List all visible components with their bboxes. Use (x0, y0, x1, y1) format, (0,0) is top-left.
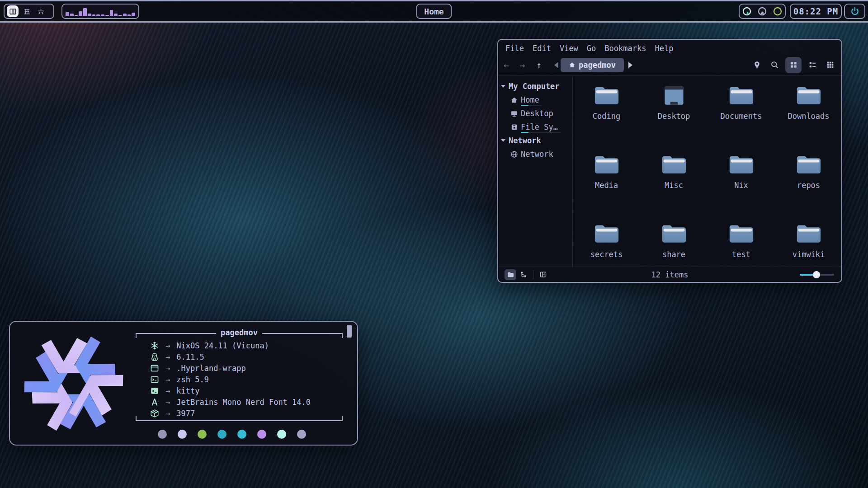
fetch-row: →JetBrains Mono Nerd Font 14.0 (136, 396, 343, 408)
audio-visualizer (61, 4, 139, 19)
folder-icon (729, 154, 754, 175)
sidebar-section-my-computer[interactable]: My Computer (498, 80, 572, 93)
folder-icon (661, 154, 687, 175)
folder-item[interactable]: Desktop (640, 83, 708, 152)
wm-icon (150, 364, 159, 373)
toggle-panel-button[interactable] (537, 269, 549, 280)
toolbar-right (750, 55, 837, 75)
visualizer-bar (66, 12, 69, 16)
active-window-title[interactable]: Home (416, 4, 452, 19)
back-button[interactable]: ← (504, 60, 509, 70)
fetch-value: JetBrains Mono Nerd Font 14.0 (176, 398, 311, 407)
visualizer-bar (88, 14, 91, 16)
visualizer-bar (114, 14, 118, 16)
folder-icon (796, 84, 821, 106)
folder-item[interactable]: Documents (708, 83, 775, 152)
gauge-mint (742, 6, 752, 16)
location-pin-icon[interactable] (750, 58, 764, 72)
home-icon (569, 61, 576, 68)
visualizer-bar (79, 11, 82, 16)
monitor-icon (510, 110, 518, 117)
sidebar-item-label: Network (521, 150, 553, 159)
kernel-icon (150, 352, 159, 361)
folder-icon (661, 223, 687, 244)
power-icon (850, 6, 860, 16)
visualizer-bar (96, 14, 100, 16)
fetch-value: 6.11.5 (176, 352, 204, 361)
fetch-value: .Hyprland-wrapp (176, 364, 246, 373)
sidebar-item-file-sy-[interactable]: File Sy… (498, 120, 572, 134)
compact-view-button[interactable] (823, 58, 837, 72)
sidebar-item-desktop[interactable]: Desktop (498, 107, 572, 120)
palette-dot (297, 430, 306, 439)
arrow-glyph: → (165, 341, 170, 350)
expander-icon (501, 85, 505, 88)
palette-dot (198, 430, 207, 439)
search-icon[interactable] (768, 58, 781, 72)
menu-go[interactable]: Go (587, 44, 596, 53)
visualizer-bar (118, 15, 122, 16)
places-sidebar: My ComputerHomeDesktopFile Sy…NetworkNet… (498, 77, 572, 267)
folder-label: Desktop (658, 112, 690, 121)
up-button[interactable]: ↑ (536, 60, 542, 70)
list-view-button[interactable] (806, 58, 819, 72)
path-scroll-left-icon[interactable] (554, 62, 558, 68)
fetch-box-bottom (136, 416, 343, 421)
folder-item[interactable]: Media (573, 152, 640, 221)
show-folders-button[interactable] (505, 269, 516, 280)
folder-grid: CodingDesktopDocumentsDownloadsMediaMisc… (572, 77, 842, 267)
menu-help[interactable]: Help (655, 44, 673, 53)
path-segment-label: pagedmov (579, 61, 616, 70)
fetch-rows: →NixOS 24.11 (Vicuna)→6.11.5→.Hyprland-w… (136, 340, 343, 419)
expander-icon (501, 139, 505, 142)
fetch-box-top: pagedmov (136, 333, 343, 338)
drive-icon (510, 123, 518, 131)
sidebar-item-home[interactable]: Home (498, 93, 572, 107)
menu-edit[interactable]: Edit (533, 44, 551, 53)
arrow-glyph: → (165, 386, 170, 395)
toolbar: ← → ↑ pagedmov (498, 55, 841, 75)
terminal-icon (150, 386, 159, 395)
slider-knob[interactable] (813, 271, 820, 278)
desktop-big-icon (661, 84, 687, 106)
section-label: My Computer (509, 82, 560, 91)
folder-label: vimwiki (793, 250, 825, 259)
power-button[interactable] (844, 4, 865, 19)
nixos-logo (21, 331, 127, 436)
nixos-icon (150, 341, 159, 350)
path-segment-button[interactable]: pagedmov (561, 58, 624, 72)
folder-item[interactable]: Nix (708, 152, 775, 221)
folder-icon (594, 223, 619, 244)
fetch-row: →zsh 5.9 (136, 374, 343, 385)
visualizer-bar (70, 14, 74, 16)
terminal-window: pagedmov →NixOS 24.11 (Vicuna)→6.11.5→.H… (9, 321, 358, 446)
menu-file[interactable]: File (505, 44, 524, 53)
sidebar-item-network[interactable]: Network (498, 147, 572, 161)
items-count: 12 items (651, 270, 689, 279)
workspace-button[interactable] (7, 5, 19, 17)
menu-view[interactable]: View (560, 44, 578, 53)
folder-item[interactable]: Coding (573, 83, 640, 152)
visualizer-bar (92, 14, 96, 16)
arrow-glyph: → (165, 364, 170, 373)
arrow-glyph: → (165, 375, 170, 384)
sidebar-item-label: Home (521, 95, 539, 104)
grid-view-button[interactable] (785, 57, 802, 73)
icon-zoom-slider[interactable] (800, 272, 834, 278)
sidebar-section-network[interactable]: Network (498, 134, 572, 147)
show-tree-button[interactable] (518, 269, 529, 280)
path-scroll-right-icon[interactable] (628, 62, 632, 68)
forward-button[interactable]: → (519, 60, 525, 70)
folder-label: secrets (590, 250, 623, 259)
workspace-button[interactable] (21, 5, 33, 17)
folder-label: Coding (593, 112, 620, 121)
folder-item[interactable]: Downloads (775, 83, 842, 152)
home-icon (510, 96, 518, 104)
file-manager-body: My ComputerHomeDesktopFile Sy…NetworkNet… (498, 77, 841, 267)
workspace-button[interactable] (35, 5, 47, 17)
folder-item[interactable]: Misc (640, 152, 708, 221)
visualizer-bar (110, 10, 113, 16)
folder-item[interactable]: repos (775, 152, 842, 221)
menu-bookmarks[interactable]: Bookmarks (604, 44, 646, 53)
globe-icon (510, 150, 518, 158)
